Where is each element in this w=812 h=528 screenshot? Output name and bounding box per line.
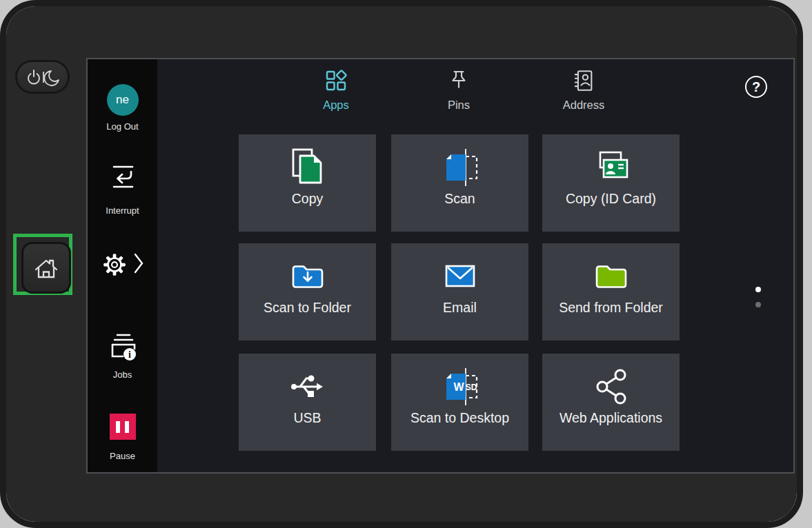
touchscreen: ne Log Out Interrupt: [86, 58, 795, 474]
settings-button[interactable]: [88, 251, 157, 278]
tile-scan-to-desktop-label: Scan to Desktop: [410, 410, 509, 426]
home-icon: [32, 255, 61, 281]
page-dot-active[interactable]: [755, 287, 761, 292]
pause-button[interactable]: [88, 414, 157, 440]
tile-scan-to-folder-label: Scan to Folder: [264, 300, 351, 316]
help-label: ?: [752, 79, 760, 95]
tile-email[interactable]: Email: [391, 243, 528, 341]
usb-connector-icon: [288, 367, 328, 406]
wsd-scan-document-icon: W SD: [440, 367, 480, 406]
scan-document-icon: [440, 148, 480, 187]
share-nodes-icon: [591, 367, 631, 406]
main-area: Apps Pins: [157, 59, 793, 472]
tile-scan-to-desktop[interactable]: W SD Scan to Desktop: [391, 354, 528, 451]
home-button[interactable]: [21, 242, 71, 294]
folder-icon: [591, 257, 631, 296]
envelope-icon: [440, 257, 480, 296]
page-dot-inactive[interactable]: [755, 302, 761, 307]
tile-email-label: Email: [443, 300, 477, 316]
tile-copy-id-card-label: Copy (ID Card): [566, 191, 656, 207]
chevron-right-icon: [133, 251, 144, 276]
tile-copy[interactable]: Copy: [239, 134, 376, 232]
tile-scan[interactable]: Scan: [391, 134, 528, 232]
interrupt-label: Interrupt: [88, 205, 157, 216]
tab-address-label: Address: [535, 99, 632, 112]
pause-label: Pause: [88, 451, 157, 461]
interrupt-icon: [108, 161, 138, 192]
tile-usb[interactable]: USB: [239, 354, 376, 451]
user-avatar[interactable]: ne: [107, 84, 139, 116]
svg-text:i: i: [128, 349, 131, 360]
tab-apps[interactable]: Apps: [288, 69, 384, 112]
logout-label: Log Out: [88, 121, 157, 132]
id-card-icon: [591, 148, 631, 187]
page-indicator[interactable]: [755, 287, 761, 317]
apps-grid-icon: [324, 69, 348, 92]
jobs-button[interactable]: i: [88, 331, 157, 363]
svg-text:SD: SD: [465, 383, 477, 392]
tab-pins-label: Pins: [410, 99, 507, 112]
power-sleep-button[interactable]: [15, 60, 70, 94]
tab-address[interactable]: Address: [535, 69, 632, 112]
gear-icon: [101, 251, 128, 278]
tile-send-from-folder[interactable]: Send from Folder: [542, 243, 680, 341]
svg-text:W: W: [453, 381, 464, 393]
tile-copy-id-card[interactable]: Copy (ID Card): [542, 134, 680, 232]
sidebar: ne Log Out Interrupt: [88, 59, 157, 472]
tile-scan-label: Scan: [444, 191, 475, 207]
tile-web-applications[interactable]: Web Applications: [542, 354, 680, 451]
tile-usb-label: USB: [293, 410, 321, 426]
tile-scan-to-folder[interactable]: Scan to Folder: [239, 243, 376, 341]
jobs-icon: i: [107, 331, 139, 363]
jobs-label: Jobs: [88, 369, 157, 380]
home-button-highlight: [13, 234, 72, 295]
address-book-icon: [572, 69, 595, 92]
tab-pins[interactable]: Pins: [410, 69, 507, 112]
tile-copy-label: Copy: [292, 191, 324, 207]
pin-icon: [447, 69, 471, 92]
tab-apps-label: Apps: [288, 99, 384, 112]
pause-icon: [110, 414, 136, 440]
tile-web-applications-label: Web Applications: [560, 410, 662, 426]
logout-button[interactable]: ne: [88, 84, 157, 116]
copy-document-icon: [288, 148, 328, 187]
interrupt-button[interactable]: [88, 161, 157, 192]
power-sleep-icon: [25, 68, 61, 87]
printer-control-panel: ne Log Out Interrupt: [0, 0, 812, 528]
help-button[interactable]: ?: [745, 76, 767, 98]
folder-down-arrow-icon: [288, 257, 328, 296]
tile-send-from-folder-label: Send from Folder: [559, 300, 663, 316]
